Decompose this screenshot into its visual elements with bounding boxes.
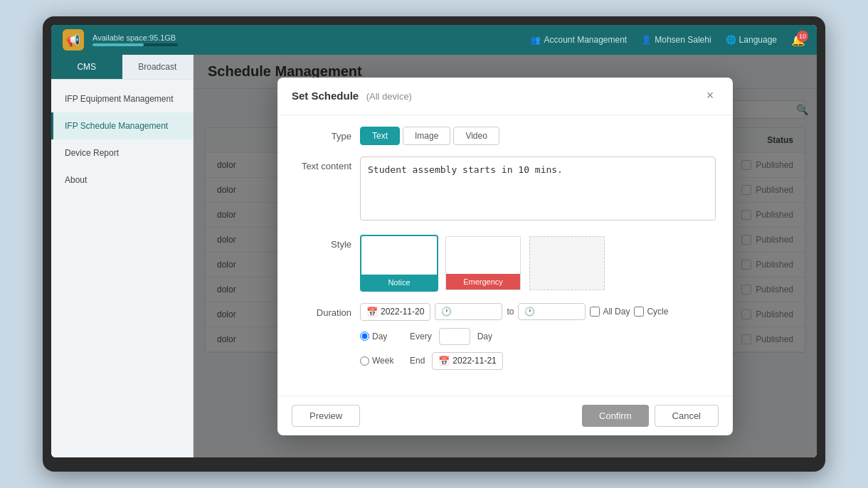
laptop-frame: 📢 Available space:95.1GB 👥 Account Manag…: [43, 16, 825, 472]
week-radio-label: Week: [372, 356, 393, 366]
laptop-screen: 📢 Available space:95.1GB 👥 Account Manag…: [51, 25, 817, 457]
app-body: CMS Broadcast IFP Equipment Management I…: [51, 55, 817, 457]
style-emergency-preview: Emergency: [445, 236, 521, 290]
text-content-field: Student assembly starts in 10 mins.: [360, 157, 716, 223]
confirm-button[interactable]: Confirm: [582, 405, 649, 427]
style-option-plain[interactable]: [528, 235, 606, 292]
duration-field: 📅 2022-11-20 🕐 11 30: [360, 303, 716, 370]
language-nav[interactable]: 🌐 Language: [726, 35, 777, 45]
type-btn-text[interactable]: Text: [360, 127, 400, 145]
sidebar-item-device-report[interactable]: Device Report: [51, 139, 193, 166]
start-min-field[interactable]: 30: [479, 307, 499, 317]
tab-broadcast[interactable]: Broadcast: [122, 55, 194, 79]
clock-icon: 🕐: [438, 307, 455, 317]
user-icon: 👤: [641, 35, 652, 45]
style-field: Notice Emergency: [360, 235, 716, 292]
storage-fill: [92, 43, 144, 46]
end-date-input[interactable]: 📅 2022-11-21: [432, 352, 502, 370]
style-label: Style: [295, 235, 351, 250]
globe-icon: 🌐: [726, 35, 736, 45]
all-day-checkbox-wrap: All Day: [590, 307, 630, 317]
app-logo-icon: 📢: [63, 29, 84, 51]
end-min-field[interactable]: 00: [562, 307, 582, 317]
start-date-input[interactable]: 📅 2022-11-20: [360, 303, 430, 321]
week-radio[interactable]: [360, 356, 369, 366]
calendar-end-icon: 📅: [438, 356, 450, 366]
account-icon: 👥: [530, 35, 541, 45]
footer-right: Confirm Cancel: [582, 405, 719, 427]
every-value-input[interactable]: 1: [439, 328, 470, 345]
day-radio[interactable]: [360, 331, 369, 341]
style-plain-preview: [529, 236, 605, 290]
modal-footer: Preview Confirm Cancel: [277, 396, 733, 435]
style-option-emergency[interactable]: Emergency: [444, 235, 522, 292]
modal-close-button[interactable]: ×: [702, 87, 719, 105]
modal-title-group: Set Schedule (All device): [292, 90, 412, 102]
language-label: Language: [739, 35, 777, 45]
week-row: Week End 📅 2022-11-21: [360, 352, 716, 370]
modal-title: Set Schedule: [292, 90, 359, 102]
app-header: 📢 Available space:95.1GB 👥 Account Manag…: [51, 25, 817, 55]
duration-inputs: 📅 2022-11-20 🕐 11 30: [360, 303, 716, 321]
sidebar-menu: IFP Equipment Management IFP Schedule Ma…: [51, 80, 193, 199]
start-date-value: 2022-11-20: [381, 307, 424, 317]
notification-nav[interactable]: 🔔 10: [791, 33, 805, 47]
preview-button[interactable]: Preview: [292, 405, 360, 427]
day-radio-wrap: Day: [360, 331, 403, 341]
start-hour-field[interactable]: 11: [456, 307, 476, 317]
style-row: Style Notice: [295, 235, 716, 292]
text-content-row: Text content Student assembly starts in …: [295, 157, 716, 223]
modal-header: Set Schedule (All device) ×: [277, 78, 733, 115]
user-nav[interactable]: 👤 Mohsen Salehi: [641, 35, 711, 45]
start-time-input[interactable]: 🕐 11 30: [435, 303, 502, 320]
tab-cms[interactable]: CMS: [51, 55, 122, 79]
type-row: Type Text Image Video: [295, 127, 716, 145]
all-day-label: All Day: [603, 307, 630, 317]
type-buttons: Text Image Video: [360, 127, 716, 145]
sidebar: CMS Broadcast IFP Equipment Management I…: [51, 55, 194, 457]
style-notice-label: Notice: [361, 275, 437, 290]
user-label: Mohsen Salehi: [655, 35, 711, 45]
header-nav: 👥 Account Management 👤 Mohsen Salehi 🌐 L…: [530, 33, 805, 47]
sidebar-item-about[interactable]: About: [51, 166, 193, 193]
cycle-checkbox[interactable]: [634, 307, 644, 317]
storage-text: Available space:95.1GB: [92, 33, 178, 42]
cycle-checkbox-wrap: Cycle: [634, 307, 668, 317]
text-content-input[interactable]: Student assembly starts in 10 mins.: [360, 157, 716, 221]
sidebar-item-ifp-equipment[interactable]: IFP Equipment Management: [51, 85, 193, 112]
repeat-row: Day Every 1 Day: [360, 328, 716, 345]
sidebar-item-ifp-schedule[interactable]: IFP Schedule Management: [51, 112, 193, 139]
repeat-section: Day Every 1 Day: [360, 328, 716, 370]
storage-info: Available space:95.1GB: [92, 33, 178, 46]
calendar-icon: 📅: [366, 307, 378, 317]
account-management-nav[interactable]: 👥 Account Management: [530, 35, 627, 45]
type-btn-image[interactable]: Image: [403, 127, 450, 145]
end-date-value: 2022-11-21: [452, 356, 496, 366]
type-label: Type: [295, 127, 351, 142]
end-hour-field[interactable]: 08: [539, 307, 559, 317]
style-emergency-label: Emergency: [446, 274, 520, 290]
duration-label: Duration: [295, 303, 351, 318]
modal-body: Type Text Image Video: [277, 115, 733, 396]
end-time-input[interactable]: 🕐 08 00: [518, 303, 586, 320]
cancel-button[interactable]: Cancel: [655, 405, 719, 427]
type-field: Text Image Video: [360, 127, 716, 145]
cycle-label: Cycle: [647, 307, 668, 317]
modal-subtitle: (All device): [366, 91, 412, 102]
clock-icon-2: 🕐: [522, 307, 538, 317]
modal-overlay: Set Schedule (All device) × Type: [194, 55, 817, 457]
end-label: End: [410, 356, 425, 366]
type-btn-video[interactable]: Video: [453, 127, 499, 145]
set-schedule-modal: Set Schedule (All device) × Type: [277, 78, 733, 435]
day-radio-label: Day: [372, 331, 387, 341]
sidebar-tabs: CMS Broadcast: [51, 55, 193, 80]
style-notice-preview: Notice: [361, 236, 437, 290]
notification-badge-count: 10: [797, 31, 808, 42]
style-option-notice[interactable]: Notice: [360, 235, 438, 292]
all-day-checkbox[interactable]: [590, 307, 600, 317]
day-unit-label: Day: [477, 331, 492, 341]
to-label: to: [507, 307, 514, 317]
style-options: Notice Emergency: [360, 235, 716, 292]
duration-row: Duration 📅 2022-11-20 🕐: [295, 303, 716, 370]
account-label: Account Management: [544, 35, 627, 45]
